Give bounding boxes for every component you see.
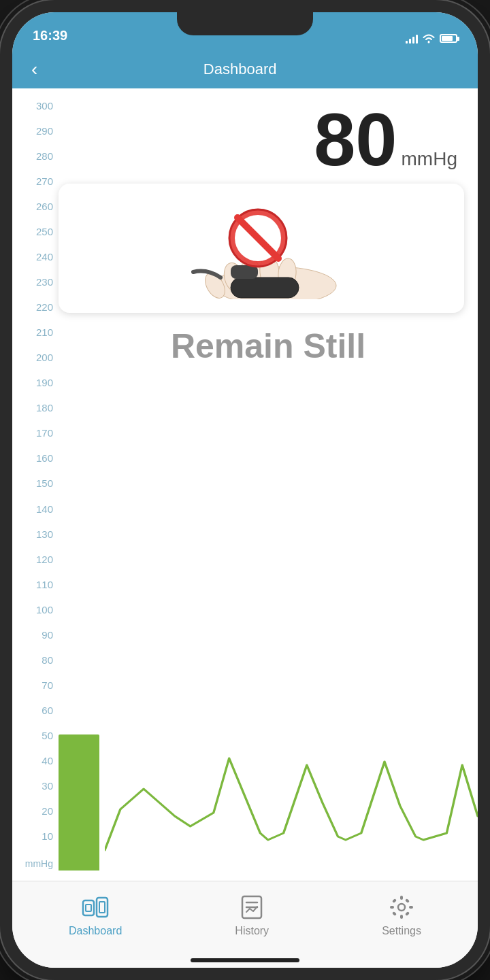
- status-time: 16:39: [33, 28, 67, 45]
- y-axis-unit: mmHg: [12, 859, 59, 868]
- y-label-50: 50: [12, 730, 59, 741]
- bar-chart: [59, 707, 99, 871]
- screen: 16:39 ‹: [12, 12, 478, 968]
- settings-icon: [388, 894, 415, 921]
- svg-rect-22: [400, 915, 403, 919]
- notch: [177, 12, 313, 35]
- svg-rect-28: [405, 898, 410, 902]
- y-label-240: 240: [12, 252, 59, 262]
- y-label-260: 260: [12, 201, 59, 212]
- y-label-120: 120: [12, 554, 59, 564]
- back-button[interactable]: ‹: [26, 57, 43, 82]
- tab-settings[interactable]: Settings: [361, 887, 442, 944]
- y-label-230: 230: [12, 277, 59, 287]
- y-label-170: 170: [12, 428, 59, 438]
- y-label-40: 40: [12, 756, 59, 766]
- tab-dashboard-label: Dashboard: [69, 925, 122, 937]
- reading-unit: mmHg: [402, 148, 457, 175]
- svg-rect-23: [390, 906, 394, 909]
- y-label-20: 20: [12, 806, 59, 816]
- y-label-250: 250: [12, 226, 59, 237]
- y-label-10: 10: [12, 831, 59, 841]
- y-label-220: 220: [12, 302, 59, 312]
- y-axis: 300 290 280 270 260 250 240 230 220 210 …: [12, 95, 59, 874]
- chart-content: 80 mmHg: [59, 95, 478, 874]
- green-bar: [59, 734, 99, 871]
- nav-title: Dashboard: [43, 61, 437, 78]
- y-label-150: 150: [12, 478, 59, 488]
- home-indicator: [191, 958, 299, 962]
- y-label-140: 140: [12, 504, 59, 514]
- battery-icon: [440, 34, 457, 43]
- remain-still-text: Remain Still: [59, 316, 478, 373]
- signal-icon: [406, 34, 418, 44]
- svg-rect-14: [86, 905, 91, 911]
- y-label-180: 180: [12, 403, 59, 413]
- y-label-130: 130: [12, 529, 59, 539]
- svg-rect-13: [83, 900, 94, 915]
- tab-bar: Dashboard History: [12, 881, 478, 956]
- y-label-300: 300: [12, 101, 59, 111]
- svg-rect-24: [409, 906, 413, 909]
- status-icons: [406, 33, 457, 45]
- y-label-190: 190: [12, 377, 59, 388]
- nav-bar: ‹ Dashboard: [12, 50, 478, 88]
- reading-display: 80 mmHg: [59, 95, 478, 180]
- graph-container: [59, 373, 478, 874]
- svg-rect-26: [405, 911, 410, 915]
- phone-shell: 16:39 ‹: [0, 0, 490, 980]
- history-icon: [238, 894, 265, 921]
- y-label-110: 110: [12, 579, 59, 590]
- y-label-290: 290: [12, 126, 59, 136]
- svg-rect-25: [392, 898, 397, 902]
- reading-value: 80: [314, 102, 397, 177]
- tab-settings-label: Settings: [382, 925, 421, 937]
- y-label-160: 160: [12, 453, 59, 463]
- no-motion-illustration: [152, 197, 370, 299]
- y-label-70: 70: [12, 680, 59, 690]
- tab-history[interactable]: History: [214, 887, 289, 944]
- dashboard-icon: [82, 894, 109, 921]
- svg-point-20: [398, 904, 405, 911]
- tab-history-label: History: [235, 925, 269, 937]
- y-label-270: 270: [12, 176, 59, 186]
- svg-point-0: [428, 41, 430, 44]
- y-label-210: 210: [12, 327, 59, 337]
- svg-rect-27: [392, 911, 397, 915]
- home-indicator-bar: [12, 956, 478, 968]
- line-chart: [105, 707, 478, 871]
- svg-rect-15: [97, 898, 108, 917]
- y-label-80: 80: [12, 655, 59, 665]
- y-label-200: 200: [12, 352, 59, 362]
- main-content: 300 290 280 270 260 250 240 230 220 210 …: [12, 88, 478, 881]
- wifi-icon: [422, 33, 436, 44]
- svg-rect-7: [231, 277, 299, 298]
- y-label-100: 100: [12, 605, 59, 615]
- y-label-90: 90: [12, 630, 59, 640]
- svg-rect-16: [99, 902, 105, 913]
- svg-rect-21: [400, 896, 403, 900]
- y-label-280: 280: [12, 151, 59, 161]
- chart-area: 300 290 280 270 260 250 240 230 220 210 …: [12, 88, 478, 881]
- y-label-60: 60: [12, 705, 59, 715]
- y-label-30: 30: [12, 781, 59, 791]
- instruction-card: [59, 184, 464, 313]
- tab-dashboard[interactable]: Dashboard: [48, 887, 142, 944]
